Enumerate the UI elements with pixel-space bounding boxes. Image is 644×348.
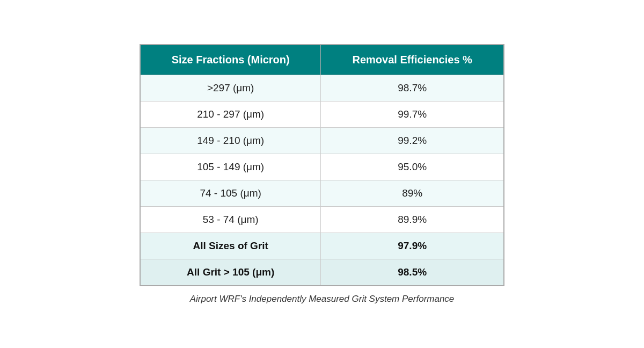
table-row: All Sizes of Grit97.9% <box>140 233 504 259</box>
table-row: 74 - 105 (μm)89% <box>140 180 504 206</box>
cell-efficiency: 89.9% <box>321 206 504 233</box>
cell-efficiency: 95.0% <box>321 154 504 180</box>
cell-efficiency: 99.7% <box>321 101 504 127</box>
cell-size: All Grit > 105 (μm) <box>140 259 321 286</box>
header-removal-efficiencies: Removal Efficiencies % <box>321 45 504 75</box>
table-header-row: Size Fractions (Micron) Removal Efficien… <box>140 45 504 75</box>
table-row: 53 - 74 (μm)89.9% <box>140 206 504 233</box>
cell-size: >297 (μm) <box>140 75 321 101</box>
table-caption: Airport WRF's Independently Measured Gri… <box>140 294 504 305</box>
cell-size: 149 - 210 (μm) <box>140 127 321 154</box>
cell-size: 210 - 297 (μm) <box>140 101 321 127</box>
cell-efficiency: 98.7% <box>321 75 504 101</box>
header-size-fractions: Size Fractions (Micron) <box>140 45 321 75</box>
cell-efficiency: 99.2% <box>321 127 504 154</box>
main-container: Size Fractions (Micron) Removal Efficien… <box>140 44 504 305</box>
data-table: Size Fractions (Micron) Removal Efficien… <box>140 44 504 286</box>
table-row: 105 - 149 (μm)95.0% <box>140 154 504 180</box>
cell-size: 105 - 149 (μm) <box>140 154 321 180</box>
table-row: 149 - 210 (μm)99.2% <box>140 127 504 154</box>
cell-size: 53 - 74 (μm) <box>140 206 321 233</box>
cell-efficiency: 97.9% <box>321 233 504 259</box>
table-row: All Grit > 105 (μm)98.5% <box>140 259 504 286</box>
table-row: 210 - 297 (μm)99.7% <box>140 101 504 127</box>
cell-size: All Sizes of Grit <box>140 233 321 259</box>
cell-efficiency: 98.5% <box>321 259 504 286</box>
cell-size: 74 - 105 (μm) <box>140 180 321 206</box>
cell-efficiency: 89% <box>321 180 504 206</box>
table-row: >297 (μm)98.7% <box>140 75 504 101</box>
